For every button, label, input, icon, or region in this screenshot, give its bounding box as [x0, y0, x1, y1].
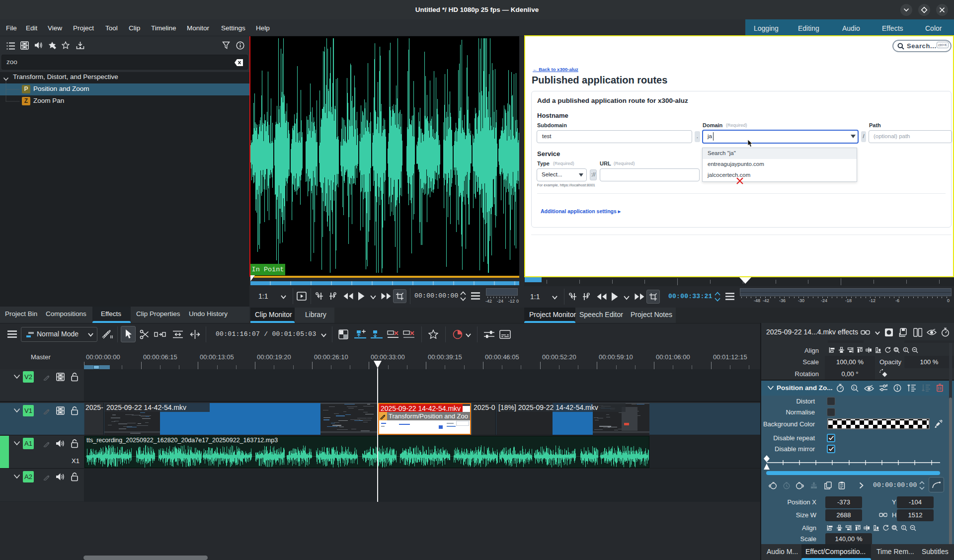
- svg-text:1: 1: [853, 386, 855, 390]
- svg-text:1: 1: [902, 526, 904, 529]
- svg-text:1: 1: [904, 348, 906, 351]
